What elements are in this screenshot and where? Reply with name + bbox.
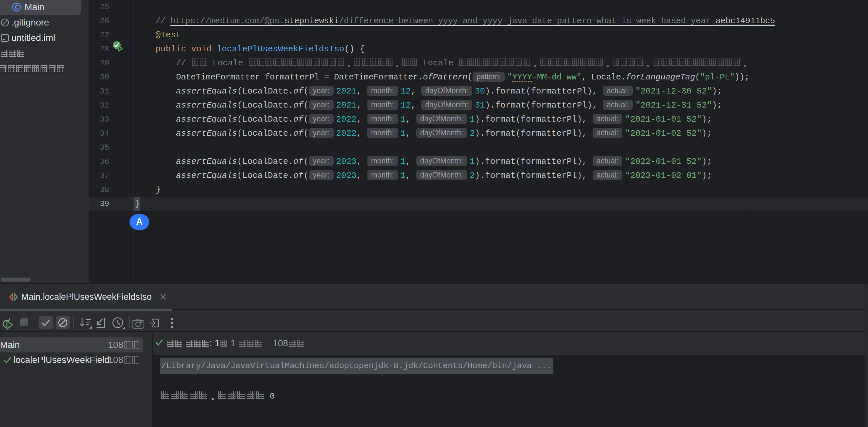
svg-text:C: C <box>15 5 19 10</box>
